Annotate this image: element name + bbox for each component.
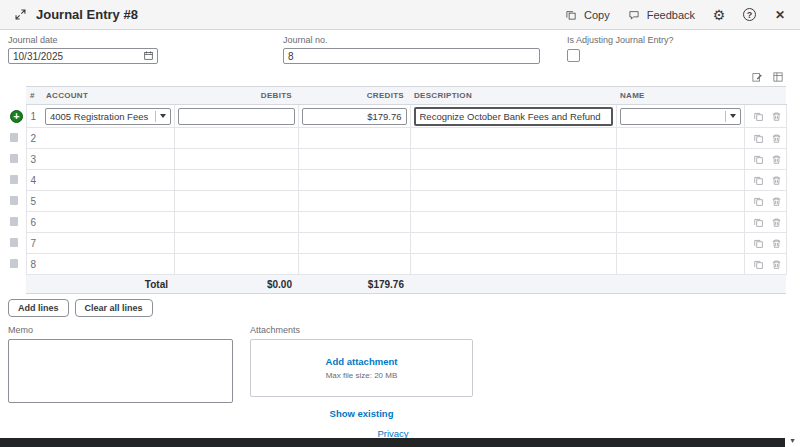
account-cell[interactable] <box>42 191 174 212</box>
name-cell[interactable] <box>616 128 744 149</box>
copy-line-icon[interactable] <box>753 238 764 249</box>
copy-line-icon[interactable] <box>753 217 764 228</box>
add-attachment-link[interactable]: Add attachment <box>326 356 398 367</box>
journal-no-label: Journal no. <box>283 35 540 45</box>
copy-button[interactable]: Copy <box>563 7 610 23</box>
debits-cell[interactable] <box>174 128 298 149</box>
delete-line-icon[interactable] <box>771 154 782 165</box>
debits-cell[interactable] <box>174 233 298 254</box>
description-cell[interactable] <box>410 191 616 212</box>
delete-line-icon[interactable] <box>771 238 782 249</box>
clear-all-lines-button[interactable]: Clear all lines <box>75 299 153 317</box>
attachment-dropzone[interactable]: Add attachment Max file size: 20 MB <box>250 339 473 397</box>
line-number: 3 <box>26 149 42 170</box>
delete-line-icon[interactable] <box>771 259 782 270</box>
account-cell[interactable] <box>42 212 174 233</box>
credits-cell[interactable] <box>298 254 410 275</box>
table-header-row: # ACCOUNT DEBITS CREDITS DESCRIPTION NAM… <box>8 87 786 105</box>
total-label: Total <box>26 275 174 294</box>
name-cell[interactable] <box>616 191 744 212</box>
journal-line-row: 6 <box>8 212 786 233</box>
debits-cell[interactable] <box>174 191 298 212</box>
account-select[interactable]: 4005 Registration Fees <box>45 108 171 125</box>
journal-no-input[interactable] <box>283 48 540 64</box>
drag-handle-icon[interactable] <box>10 217 18 226</box>
attachments-section: Attachments Add attachment Max file size… <box>250 325 475 419</box>
line-number: 5 <box>26 191 42 212</box>
account-cell[interactable] <box>42 170 174 191</box>
debits-cell[interactable] <box>174 170 298 191</box>
expand-icon[interactable] <box>12 7 28 23</box>
description-cell[interactable] <box>410 170 616 191</box>
name-cell[interactable] <box>616 149 744 170</box>
drag-handle-icon[interactable] <box>10 238 18 247</box>
name-cell[interactable] <box>616 170 744 191</box>
journal-date-input[interactable] <box>8 48 158 64</box>
journal-date-label: Journal date <box>8 35 158 45</box>
copy-line-icon[interactable] <box>753 133 764 144</box>
drag-handle-icon[interactable] <box>10 154 18 163</box>
drag-handle-icon[interactable] <box>10 196 18 205</box>
description-cell[interactable] <box>410 128 616 149</box>
delete-line-icon[interactable] <box>771 196 782 207</box>
attachments-label: Attachments <box>250 325 475 335</box>
debits-cell[interactable] <box>174 212 298 233</box>
gear-icon[interactable]: ⚙ <box>711 7 727 23</box>
drag-handle-icon[interactable] <box>10 259 18 268</box>
copy-line-icon[interactable] <box>753 175 764 186</box>
memo-input[interactable] <box>8 339 233 403</box>
calendar-icon[interactable] <box>143 50 154 61</box>
table-settings-icon[interactable] <box>772 71 784 83</box>
name-cell[interactable] <box>616 254 744 275</box>
journal-date-field: Journal date <box>8 35 158 64</box>
name-select[interactable] <box>620 108 741 125</box>
credits-cell[interactable] <box>298 128 410 149</box>
add-lines-button[interactable]: Add lines <box>8 299 69 317</box>
column-header-credits: CREDITS <box>298 87 410 105</box>
debits-input[interactable] <box>178 108 295 125</box>
account-cell[interactable] <box>42 233 174 254</box>
drag-handle-icon[interactable] <box>10 133 18 142</box>
feedback-button[interactable]: Feedback <box>626 7 695 23</box>
description-cell[interactable] <box>410 233 616 254</box>
chevron-down-icon <box>160 114 166 118</box>
scrollbar-down-arrow[interactable]: ▾ <box>785 434 800 447</box>
adjusting-checkbox[interactable] <box>567 49 580 62</box>
delete-line-icon[interactable] <box>771 111 782 122</box>
account-cell[interactable] <box>42 254 174 275</box>
debits-cell[interactable] <box>174 254 298 275</box>
credits-cell[interactable] <box>298 149 410 170</box>
total-debits: $0.00 <box>174 275 298 294</box>
copy-line-icon[interactable] <box>753 196 764 207</box>
help-icon[interactable]: ? <box>743 8 756 21</box>
description-input[interactable] <box>414 107 613 126</box>
account-cell[interactable] <box>42 128 174 149</box>
credits-input[interactable] <box>302 108 407 125</box>
description-cell[interactable] <box>410 149 616 170</box>
add-line-icon[interactable]: + <box>10 110 23 123</box>
journal-header-form: Journal date Journal no. Is Adjusting Jo… <box>0 30 800 68</box>
show-existing-link[interactable]: Show existing <box>330 408 394 419</box>
description-cell[interactable] <box>410 212 616 233</box>
delete-line-icon[interactable] <box>771 133 782 144</box>
copy-line-icon[interactable] <box>753 259 764 270</box>
copy-line-icon[interactable] <box>753 111 764 122</box>
line-actions: Add lines Clear all lines <box>8 299 792 317</box>
drag-handle-icon[interactable] <box>10 175 18 184</box>
credits-cell[interactable] <box>298 170 410 191</box>
account-cell[interactable] <box>42 149 174 170</box>
debits-cell[interactable] <box>174 149 298 170</box>
grid-toolbar <box>0 68 800 86</box>
copy-line-icon[interactable] <box>753 154 764 165</box>
close-icon[interactable]: ✕ <box>772 7 788 23</box>
name-cell[interactable] <box>616 212 744 233</box>
description-cell[interactable] <box>410 254 616 275</box>
credits-cell[interactable] <box>298 212 410 233</box>
credits-cell[interactable] <box>298 191 410 212</box>
credits-cell[interactable] <box>298 233 410 254</box>
delete-line-icon[interactable] <box>771 175 782 186</box>
adjusting-field: Is Adjusting Journal Entry? <box>567 35 674 64</box>
edit-columns-icon[interactable] <box>751 71 763 83</box>
delete-line-icon[interactable] <box>771 217 782 228</box>
name-cell[interactable] <box>616 233 744 254</box>
